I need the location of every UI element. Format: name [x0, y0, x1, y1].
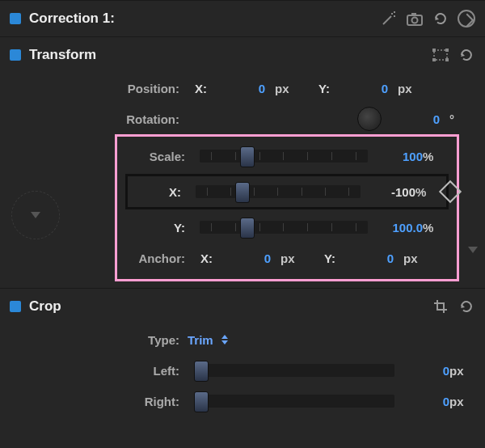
position-y-label: Y: — [310, 82, 330, 95]
transform-title: Transform — [29, 47, 424, 63]
section-correction: Correction 1: — [0, 0, 485, 36]
position-x-label: X: — [188, 82, 207, 95]
anchor-y-value[interactable]: 0 — [345, 251, 394, 265]
anchor-x-label: X: — [193, 251, 213, 265]
crop-right-value[interactable]: 0 — [401, 395, 449, 408]
rotation-unit: ° — [449, 112, 475, 126]
svg-rect-10 — [445, 58, 449, 61]
wand-icon[interactable] — [380, 10, 398, 27]
anchor-x-unit: px — [280, 251, 306, 265]
svg-point-4 — [412, 18, 418, 23]
row-position: Position: X: 0 px Y: 0 px — [10, 73, 475, 104]
crop-right-label: Right: — [10, 395, 188, 408]
scale-x-value[interactable]: -100 — [367, 185, 415, 199]
svg-rect-7 — [432, 49, 436, 52]
scale-value[interactable]: 100 — [374, 150, 423, 163]
anchor-y-label: Y: — [316, 251, 335, 265]
crop-right-slider[interactable] — [194, 395, 394, 408]
slider-knob[interactable] — [240, 146, 255, 167]
scale-slider[interactable] — [200, 150, 368, 163]
svg-point-0 — [391, 13, 393, 15]
crop-icon[interactable] — [432, 298, 449, 315]
stepper-icon[interactable] — [220, 335, 230, 344]
row-crop-right: Right: 0 px — [10, 386, 475, 416]
rotation-label: Rotation: — [10, 112, 188, 126]
crop-type-label: Type: — [10, 333, 188, 347]
rotation-dial[interactable] — [357, 107, 382, 131]
svg-point-2 — [394, 11, 395, 13]
anchor-y-unit: px — [403, 251, 429, 265]
slider-knob[interactable] — [194, 391, 209, 412]
position-y-unit: px — [398, 82, 424, 95]
slider-knob[interactable] — [194, 361, 209, 382]
rotation-value[interactable]: 0 — [391, 112, 440, 126]
row-scale-y: Y: 100.0 % — [125, 213, 449, 242]
chevron-down-icon — [31, 212, 40, 218]
crop-left-label: Left: — [10, 364, 188, 378]
anchor-x-value[interactable]: 0 — [222, 251, 271, 265]
highlight-scale-group: Scale: 100 % X: -100 % — [115, 134, 459, 281]
svg-rect-6 — [434, 50, 447, 60]
section-crop: Crop Type: Trim Left: 0 px — [0, 288, 485, 416]
crop-title: Crop — [29, 298, 424, 315]
position-x-value[interactable]: 0 — [217, 82, 265, 95]
row-crop-left: Left: 0 px — [10, 355, 475, 386]
bounding-box-icon[interactable] — [432, 46, 449, 64]
svg-point-1 — [394, 15, 395, 17]
scale-y-value[interactable]: 100.0 — [374, 221, 423, 235]
reset-icon[interactable] — [432, 10, 449, 27]
highlight-scale-x: X: -100 % — [125, 174, 449, 209]
scale-y-slider[interactable] — [200, 221, 368, 234]
scale-x-label: X: — [133, 185, 189, 199]
row-crop-type: Type: Trim — [10, 324, 475, 355]
position-x-unit: px — [275, 82, 301, 95]
svg-rect-9 — [432, 58, 436, 61]
section-transform: Transform Position: X: 0 px Y: 0 px — [0, 36, 485, 288]
crop-left-value[interactable]: 0 — [401, 364, 449, 378]
crop-left-unit: px — [449, 364, 475, 378]
show-more-icon[interactable] — [458, 10, 475, 27]
scale-unit: % — [423, 150, 449, 163]
scale-label: Scale: — [125, 150, 193, 163]
anchor-label: Anchor: — [125, 251, 193, 265]
reset-icon[interactable] — [458, 46, 475, 64]
svg-rect-5 — [411, 13, 416, 15]
checkbox-crop[interactable] — [10, 301, 21, 312]
svg-rect-8 — [445, 49, 449, 52]
scale-x-unit: % — [415, 185, 441, 199]
reset-icon[interactable] — [458, 298, 475, 315]
correction-title: Correction 1: — [29, 11, 372, 27]
crop-right-unit: px — [449, 395, 475, 408]
scale-y-label: Y: — [125, 221, 193, 235]
position-label: Position: — [10, 82, 188, 95]
checkbox-transform[interactable] — [10, 49, 21, 61]
row-rotation: Rotation: 0 ° — [10, 104, 475, 134]
scale-disclosure[interactable] — [11, 191, 60, 239]
scale-y-unit: % — [423, 221, 449, 235]
crop-type-value[interactable]: Trim — [188, 333, 213, 347]
crop-left-slider[interactable] — [194, 364, 394, 377]
position-y-value[interactable]: 0 — [340, 82, 388, 95]
chevron-down-icon[interactable] — [464, 241, 482, 259]
checkbox-correction[interactable] — [10, 13, 21, 24]
row-anchor: Anchor: X: 0 px Y: 0 px — [125, 242, 449, 274]
camera-icon[interactable] — [406, 10, 424, 27]
row-scale: Scale: 100 % — [125, 142, 449, 171]
slider-knob[interactable] — [240, 218, 255, 239]
scale-x-slider[interactable] — [196, 185, 361, 198]
slider-knob[interactable] — [235, 182, 250, 203]
